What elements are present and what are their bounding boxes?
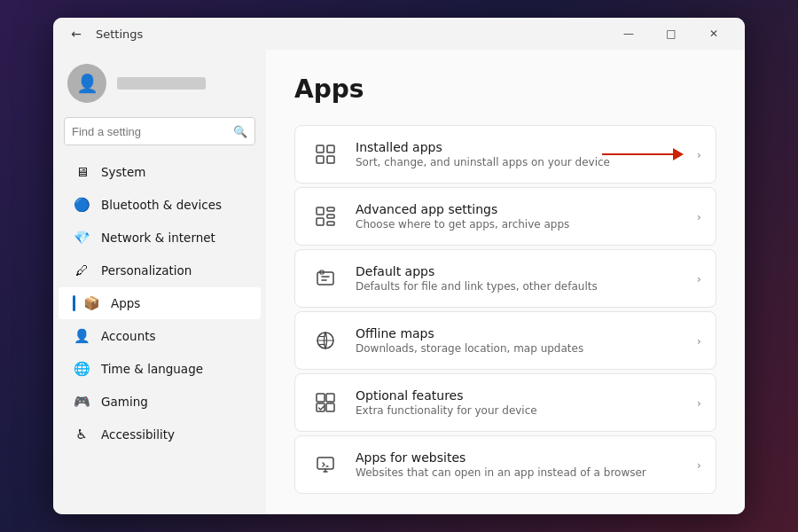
offline-maps-desc: Downloads, storage location, map updates: [356, 342, 683, 355]
nav-label-apps: Apps: [111, 296, 140, 310]
default-apps-desc: Defaults for file and link types, other …: [356, 280, 683, 293]
minimize-button[interactable]: —: [608, 20, 649, 48]
advanced-settings-icon: [309, 200, 341, 232]
search-box[interactable]: 🔍: [64, 117, 255, 145]
nav-item-system[interactable]: 🖥 System: [59, 156, 261, 188]
advanced-settings-desc: Choose where to get apps, archive apps: [356, 218, 683, 231]
nav-label-gaming: Gaming: [101, 395, 148, 409]
svg-rect-6: [327, 207, 334, 211]
nav-label-accounts: Accounts: [101, 329, 156, 343]
setting-apps-for-websites[interactable]: Apps for websites Websites that can open…: [294, 435, 716, 494]
optional-features-chevron: ›: [697, 396, 701, 410]
time-icon: 🌐: [73, 360, 90, 378]
svg-rect-17: [317, 458, 333, 469]
svg-rect-2: [327, 145, 334, 153]
gaming-icon: 🎮: [73, 393, 90, 411]
setting-advanced-app-settings[interactable]: Advanced app settings Choose where to ge…: [294, 187, 716, 246]
svg-rect-5: [317, 218, 324, 225]
default-apps-chevron: ›: [697, 272, 701, 286]
nav-label-personalization: Personalization: [101, 263, 192, 278]
default-apps-text: Default apps Defaults for file and link …: [356, 264, 683, 293]
advanced-settings-title: Advanced app settings: [356, 202, 683, 216]
svg-rect-16: [326, 403, 334, 411]
setting-offline-maps[interactable]: Offline maps Downloads, storage location…: [294, 311, 716, 370]
personalization-icon: 🖊: [73, 262, 90, 279]
svg-rect-9: [317, 272, 333, 285]
nav-item-accessibility[interactable]: ♿ Accessibility: [59, 419, 261, 450]
nav-item-network[interactable]: 💎 Network & internet: [59, 222, 261, 254]
optional-features-title: Optional features: [356, 388, 683, 403]
offline-maps-text: Offline maps Downloads, storage location…: [356, 326, 683, 355]
default-apps-title: Default apps: [356, 264, 683, 278]
window-controls: — □ ✕: [608, 20, 734, 48]
setting-installed-apps[interactable]: Installed apps Sort, change, and uninsta…: [294, 125, 716, 184]
svg-rect-0: [317, 145, 324, 153]
search-icon: 🔍: [233, 125, 247, 138]
installed-apps-text: Installed apps Sort, change, and uninsta…: [356, 140, 683, 168]
nav-label-bluetooth: Bluetooth & devices: [101, 198, 222, 212]
default-apps-icon: [309, 262, 341, 294]
offline-maps-icon: [309, 325, 341, 356]
nav-item-personalization[interactable]: 🖊 Personalization: [59, 254, 261, 286]
search-input[interactable]: [72, 125, 228, 138]
nav-item-time[interactable]: 🌐 Time & language: [59, 353, 261, 385]
nav-label-network: Network & internet: [101, 231, 215, 245]
nav-label-time: Time & language: [101, 362, 203, 376]
advanced-settings-chevron: ›: [697, 210, 701, 223]
apps-for-websites-icon: [309, 449, 341, 481]
apps-for-websites-text: Apps for websites Websites that can open…: [356, 450, 683, 479]
titlebar-left: ← Settings: [64, 21, 608, 46]
settings-window: ← Settings — □ ✕ 👤 🔍: [53, 18, 745, 514]
accessibility-icon: ♿: [73, 426, 90, 443]
optional-features-icon: [309, 387, 341, 419]
avatar-icon: 👤: [76, 73, 98, 94]
offline-maps-chevron: ›: [697, 334, 701, 348]
user-section: 👤: [53, 57, 266, 117]
svg-rect-7: [327, 215, 334, 218]
sidebar: 👤 🔍 🖥 System 🔵 Bluetooth & devices 💎 Net: [53, 50, 266, 514]
svg-rect-3: [327, 156, 334, 163]
optional-features-desc: Extra functionality for your device: [356, 404, 683, 417]
main-content: Apps Installed apps Sort, chan: [266, 50, 745, 514]
content-area: 👤 🔍 🖥 System 🔵 Bluetooth & devices 💎 Net: [53, 50, 745, 514]
apps-for-websites-desc: Websites that can open in an app instead…: [356, 466, 683, 479]
system-icon: 🖥: [73, 163, 90, 181]
apps-for-websites-title: Apps for websites: [356, 450, 683, 465]
accounts-icon: 👤: [73, 327, 90, 345]
nav-item-accounts[interactable]: 👤 Accounts: [59, 320, 261, 352]
back-button[interactable]: ←: [64, 21, 89, 46]
user-name: [117, 77, 206, 90]
installed-apps-chevron: ›: [697, 148, 701, 161]
installed-apps-icon: [309, 138, 341, 170]
nav-item-apps[interactable]: 📦 Apps: [59, 287, 261, 319]
nav-label-accessibility: Accessibility: [101, 427, 175, 442]
optional-features-text: Optional features Extra functionality fo…: [356, 388, 683, 417]
active-indicator: [73, 295, 75, 311]
svg-rect-14: [326, 394, 334, 402]
svg-rect-13: [317, 394, 325, 402]
nav-item-gaming[interactable]: 🎮 Gaming: [59, 386, 261, 418]
bluetooth-icon: 🔵: [73, 196, 90, 214]
window-title: Settings: [96, 27, 143, 41]
svg-rect-4: [317, 207, 324, 215]
settings-list: Installed apps Sort, change, and uninsta…: [294, 125, 716, 494]
page-title: Apps: [294, 74, 716, 104]
network-icon: 💎: [73, 229, 90, 246]
close-button[interactable]: ✕: [693, 20, 734, 48]
avatar: 👤: [67, 64, 106, 103]
maximize-button[interactable]: □: [651, 20, 692, 48]
svg-rect-1: [317, 156, 324, 163]
offline-maps-title: Offline maps: [356, 326, 683, 340]
svg-rect-8: [327, 222, 334, 225]
installed-apps-desc: Sort, change, and uninstall apps on your…: [356, 156, 683, 168]
nav-label-system: System: [101, 165, 145, 179]
apps-icon: 📦: [82, 294, 100, 312]
setting-default-apps[interactable]: Default apps Defaults for file and link …: [294, 249, 716, 308]
advanced-settings-text: Advanced app settings Choose where to ge…: [356, 202, 683, 231]
nav-item-bluetooth[interactable]: 🔵 Bluetooth & devices: [59, 189, 261, 221]
apps-for-websites-chevron: ›: [697, 458, 701, 472]
installed-apps-title: Installed apps: [356, 140, 683, 154]
setting-optional-features[interactable]: Optional features Extra functionality fo…: [294, 373, 716, 432]
titlebar: ← Settings — □ ✕: [53, 18, 745, 50]
